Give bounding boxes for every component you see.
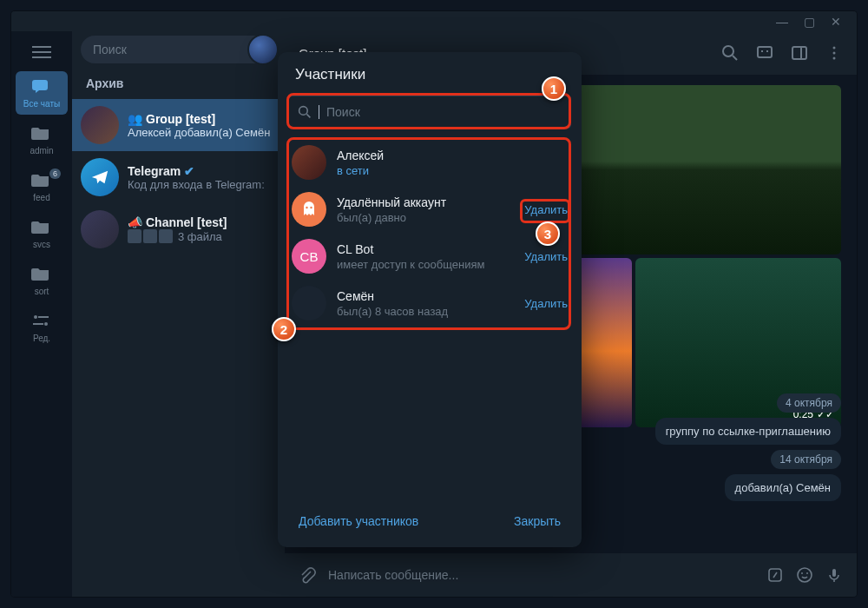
rail-admin[interactable]: admin: [16, 118, 68, 162]
member-name: Семён: [337, 289, 514, 303]
member-status: имеет доступ к сообщениям: [337, 258, 514, 271]
remove-member-button[interactable]: Удалить: [524, 297, 568, 310]
service-message: добавил(а) Семён: [725, 474, 841, 501]
badge: 6: [49, 169, 61, 179]
rail-svcs[interactable]: svcs: [16, 212, 68, 255]
member-row[interactable]: CB CL Bot имеет доступ к сообщениям Удал…: [278, 233, 582, 280]
svg-point-15: [299, 107, 308, 116]
close-button[interactable]: Закрыть: [514, 514, 561, 528]
verified-icon: ✔: [184, 164, 194, 178]
search-icon: [298, 105, 312, 119]
chat-name: Telegram: [128, 164, 181, 178]
rail-sort[interactable]: sort: [16, 259, 68, 302]
member-name: CL Bot: [337, 242, 514, 256]
composer: Написать сообщение...: [285, 553, 857, 597]
chat-avatar: [81, 158, 119, 196]
attach-icon[interactable]: [299, 566, 316, 584]
folder-icon: [31, 266, 52, 283]
callout-badge: 2: [272, 317, 296, 341]
svg-rect-14: [832, 569, 836, 577]
minimize-icon[interactable]: [776, 16, 788, 28]
member-avatar: [292, 145, 326, 180]
service-message: группу по ссылке-приглашению: [655, 418, 841, 445]
members-modal: Участники Поиск Алексей в сети Удалённый…: [278, 52, 582, 547]
chat-preview: 3 файла: [178, 230, 222, 243]
search-input[interactable]: Поиск: [81, 36, 276, 63]
folder-icon: [31, 125, 52, 142]
svg-point-0: [34, 315, 37, 319]
member-row[interactable]: Семён был(а) 8 часов назад Удалить: [278, 280, 582, 327]
emoji-icon[interactable]: [796, 566, 813, 584]
svg-rect-5: [758, 47, 772, 57]
chats-icon: [31, 78, 52, 96]
voice-icon[interactable]: [825, 566, 843, 584]
date-badge: 14 октября: [771, 450, 841, 469]
settings-icon: [31, 313, 52, 330]
rail-label: svcs: [33, 240, 50, 249]
member-avatar: CB: [292, 239, 326, 274]
svg-point-2: [44, 322, 48, 326]
maximize-icon[interactable]: [804, 16, 815, 28]
member-status: был(а) 8 часов назад: [337, 305, 514, 318]
member-avatar: [292, 192, 326, 227]
member-name: Алексей: [337, 149, 568, 162]
chat-avatar: [81, 210, 119, 248]
svg-point-8: [833, 52, 836, 55]
message-area: 4 октября группу по ссылке-приглашению 1…: [655, 393, 841, 501]
rail-label: feed: [33, 193, 49, 202]
titlebar: [11, 11, 857, 31]
modal-title: Участники: [278, 66, 582, 96]
modal-search-input[interactable]: Поиск: [288, 96, 571, 129]
svg-point-11: [798, 568, 812, 582]
rail-label: Все чаты: [23, 99, 60, 109]
rail-label: sort: [35, 287, 49, 296]
member-avatar: [292, 286, 326, 321]
chat-row[interactable]: Telegram✔ Код для входа в Telegram:: [72, 151, 285, 203]
archive-row[interactable]: Архив: [72, 68, 285, 99]
rail-feed[interactable]: 6 feed: [16, 165, 68, 208]
chat-row[interactable]: 👥Group [test] Алексей добавил(а) Семён: [72, 99, 285, 151]
thumbnails: [128, 229, 173, 243]
commands-icon[interactable]: [766, 566, 784, 584]
svg-rect-3: [33, 323, 43, 325]
chat-row[interactable]: 📣Channel [test] 3 файла: [72, 203, 285, 255]
composer-input[interactable]: Написать сообщение...: [328, 568, 754, 582]
menu-button[interactable]: [28, 42, 56, 63]
svg-rect-6: [792, 47, 806, 59]
folder-icon: [31, 219, 52, 236]
callout-badge: 1: [542, 76, 566, 101]
rail-edit[interactable]: Ред.: [16, 306, 68, 349]
svg-point-12: [801, 572, 803, 574]
date-badge: 4 октября: [777, 393, 841, 413]
close-icon[interactable]: [831, 16, 841, 28]
avatar[interactable]: [247, 34, 279, 65]
member-row[interactable]: Алексей в сети: [278, 139, 582, 186]
svg-point-13: [806, 572, 808, 574]
comments-icon[interactable]: [756, 44, 773, 62]
ghost-icon: [300, 200, 318, 219]
svg-rect-1: [38, 316, 49, 318]
svg-point-9: [833, 57, 836, 60]
chat-preview: Код для входа в Telegram:: [128, 178, 276, 191]
nav-rail: Все чаты admin 6 feed svcs sort Ред.: [11, 31, 72, 597]
member-name: Удалённый аккаунт: [337, 195, 514, 209]
modal-search-placeholder: Поиск: [326, 105, 360, 119]
more-icon[interactable]: [825, 44, 843, 62]
remove-member-button[interactable]: Удалить: [524, 203, 568, 216]
svg-point-17: [310, 207, 312, 208]
member-row[interactable]: Удалённый аккаунт был(а) давно Удалить: [278, 186, 582, 233]
remove-member-button[interactable]: Удалить: [524, 250, 568, 263]
svg-point-7: [833, 47, 836, 50]
member-status: в сети: [337, 164, 568, 177]
rail-label: admin: [30, 146, 53, 155]
megaphone-icon: 📣: [128, 215, 142, 229]
rail-all-chats[interactable]: Все чаты: [16, 71, 68, 115]
search-icon[interactable]: [721, 44, 739, 62]
add-members-button[interactable]: Добавить участников: [299, 514, 418, 528]
sidepanel-icon[interactable]: [791, 44, 808, 62]
text-cursor: [319, 105, 319, 119]
chat-name: Channel [test]: [146, 215, 227, 229]
chat-name: Group [test]: [146, 112, 215, 126]
group-icon: 👥: [128, 112, 142, 126]
callout-badge: 3: [536, 221, 560, 246]
